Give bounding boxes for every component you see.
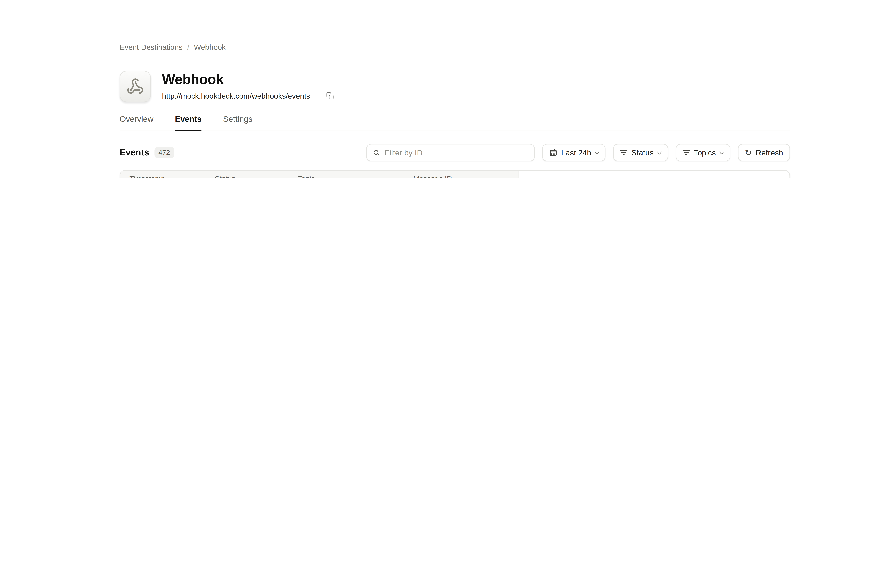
detail-header: Event Attempts 3 Successful ↺ ×	[519, 171, 790, 178]
time-range-dropdown[interactable]: Last 24h	[542, 144, 606, 161]
filter-lines-icon	[683, 150, 690, 155]
topics-filter-label: Topics	[694, 148, 716, 157]
tab-settings[interactable]: Settings	[223, 114, 253, 130]
filter-by-id-searchbox[interactable]	[366, 144, 535, 161]
refresh-icon: ↻	[745, 148, 752, 156]
filter-lines-icon	[620, 150, 627, 155]
events-count-badge: 472	[154, 147, 174, 158]
breadcrumb-event-destinations[interactable]: Event Destinations	[120, 43, 182, 52]
destination-url: http://mock.hookdeck.com/webhooks/events	[162, 92, 310, 100]
tab-events[interactable]: Events	[175, 114, 201, 130]
chevron-down-icon	[595, 149, 600, 154]
page-content: Event Destinations / Webhook Webhook htt…	[120, 0, 790, 178]
breadcrumb: Event Destinations / Webhook	[120, 43, 790, 52]
events-card: Timestamp Status Topic Message ID NOV 18…	[120, 170, 790, 178]
filter-by-id-input[interactable]	[385, 148, 528, 157]
event-detail-pane: Event Attempts 3 Successful ↺ × Request …	[519, 171, 790, 178]
page-title: Webhook	[162, 71, 334, 88]
status-filter-dropdown[interactable]: Status	[613, 144, 668, 161]
col-topic: Topic	[298, 175, 413, 178]
table-header: Timestamp Status Topic Message ID	[120, 171, 519, 178]
webhook-icon	[126, 78, 144, 95]
tab-overview[interactable]: Overview	[120, 114, 153, 130]
search-icon	[373, 149, 380, 156]
events-table-pane: Timestamp Status Topic Message ID NOV 18…	[120, 171, 519, 178]
destination-icon-card	[120, 71, 151, 102]
col-message-id: Message ID	[413, 175, 519, 178]
chevron-down-icon	[657, 149, 662, 154]
app-viewport: Event Destinations / Webhook Webhook htt…	[0, 0, 878, 178]
breadcrumb-webhook[interactable]: Webhook	[194, 43, 226, 52]
copy-url-icon[interactable]	[326, 92, 334, 100]
calendar-icon	[549, 148, 557, 156]
col-status: Status	[215, 175, 298, 178]
time-range-label: Last 24h	[561, 148, 591, 157]
page-tabs: Overview Events Settings	[120, 114, 790, 131]
breadcrumb-separator: /	[187, 43, 189, 52]
status-filter-label: Status	[631, 148, 654, 157]
chevron-down-icon	[719, 149, 724, 154]
topics-filter-dropdown[interactable]: Topics	[675, 144, 730, 161]
col-timestamp: Timestamp	[129, 175, 215, 178]
events-toolbar: Events 472 Last 24h	[120, 144, 790, 161]
refresh-button[interactable]: ↻ Refresh	[738, 144, 790, 161]
page-header-text: Webhook http://mock.hookdeck.com/webhook…	[162, 71, 334, 100]
page-header: Webhook http://mock.hookdeck.com/webhook…	[120, 71, 790, 102]
refresh-label: Refresh	[756, 148, 783, 157]
events-heading: Events	[120, 147, 149, 158]
